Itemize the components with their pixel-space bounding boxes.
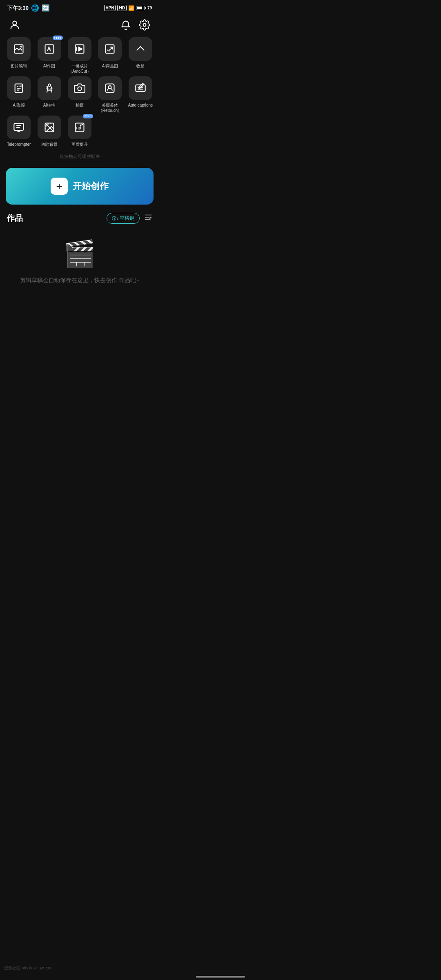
autocut-icon: [74, 43, 85, 55]
svg-text:AI: AI: [19, 85, 22, 87]
tool-auto-captions[interactable]: Auto captions: [127, 76, 154, 113]
tool-empty-1: [97, 116, 123, 147]
tool-grid-row3: Teleprompter 移除背景 Free HD 画质提升: [0, 116, 159, 147]
settings-icon: [139, 19, 150, 31]
remove-bg-icon: [44, 122, 55, 133]
camera-label: 拍摄: [76, 102, 84, 108]
status-icons: VPN HD 📶 79: [104, 5, 152, 11]
empty-state: 🎬 剪辑草稿会自动保存在这里，快去创作 作品吧~: [0, 230, 159, 302]
tool-camera[interactable]: 拍摄: [67, 76, 93, 113]
settings-button[interactable]: [137, 18, 152, 32]
ai-model-icon-box: AI: [38, 76, 61, 100]
works-title: 作品: [7, 213, 23, 224]
quality-label: 画质提升: [71, 142, 88, 147]
battery-indicator: 79: [136, 6, 152, 10]
ai-product-icon: AI: [104, 43, 116, 55]
remove-bg-label: 移除背景: [41, 142, 58, 147]
spacebar-label: 空格键: [120, 215, 134, 222]
autocut-icon-box: [68, 37, 91, 61]
camera-icon-box: [68, 76, 91, 100]
quality-icon: HD: [74, 122, 85, 133]
ai-draw-icon: [44, 43, 55, 55]
create-button[interactable]: + 开始创作: [6, 168, 154, 205]
ai-draw-label: AI作图: [43, 63, 55, 69]
cloud-upload-icon: [112, 216, 118, 221]
tool-ai-poster[interactable]: AI AI海报: [6, 76, 32, 113]
create-plus-icon: +: [51, 178, 68, 195]
tool-ai-model[interactable]: AI AI模特: [36, 76, 62, 113]
ai-poster-label: AI海报: [13, 102, 24, 108]
teleprompter-icon: [13, 122, 24, 133]
retouch-icon: [104, 82, 116, 94]
tool-quality[interactable]: Free HD 画质提升: [67, 116, 93, 147]
profile-icon: [9, 19, 20, 31]
tool-collapse[interactable]: 收起: [127, 37, 154, 74]
collapse-label: 收起: [136, 63, 145, 69]
tool-img-edit[interactable]: 图片编辑: [6, 37, 32, 74]
works-actions: 空格键: [107, 213, 153, 224]
img-edit-icon-box: [7, 37, 31, 61]
quality-free-badge: Free: [83, 114, 93, 118]
svg-text:HD: HD: [76, 127, 81, 130]
tool-empty-2: [127, 116, 154, 147]
retouch-icon-box: [98, 76, 122, 100]
top-nav: [0, 14, 159, 37]
ai-model-icon: AI: [44, 82, 55, 94]
teleprompter-icon-box: [7, 116, 31, 139]
svg-text:AI: AI: [46, 85, 48, 88]
img-edit-icon: [13, 43, 24, 55]
tool-autocut[interactable]: 一键成片 （AutoCut）: [67, 37, 93, 74]
notification-button[interactable]: [118, 18, 133, 32]
tool-remove-bg[interactable]: 移除背景: [36, 116, 62, 147]
autocut-label: 一键成片 （AutoCut）: [68, 63, 91, 74]
ai-poster-icon-box: AI: [7, 76, 31, 100]
edit-list-button[interactable]: [144, 213, 153, 224]
teleprompter-label: Teleprompter: [7, 142, 31, 147]
create-label: 开始创作: [73, 180, 109, 192]
hd-badge: HD: [117, 5, 126, 11]
remove-bg-icon-box: [38, 116, 61, 139]
auto-captions-icon-box: [129, 76, 152, 100]
svg-rect-15: [14, 124, 24, 130]
drag-hint: 长按拖动可调整顺序: [0, 149, 159, 166]
edit-list-icon: [144, 213, 153, 222]
ai-draw-icon-box: Free: [38, 37, 61, 61]
status-time: 下午3:30 🌐 🔄: [7, 4, 50, 12]
chevron-up-icon: [135, 43, 146, 55]
svg-point-0: [13, 21, 16, 25]
auto-captions-label: Auto captions: [128, 102, 153, 108]
tool-ai-product[interactable]: AI AI商品图: [97, 37, 123, 74]
empty-text: 剪辑草稿会自动保存在这里，快去创作 作品吧~: [20, 276, 139, 285]
spacebar-button[interactable]: 空格键: [107, 213, 140, 224]
img-edit-label: 图片编辑: [11, 63, 27, 69]
retouch-label: 美颜美体 （Retouch）: [98, 102, 122, 113]
collapse-icon-box: [129, 37, 152, 61]
svg-point-12: [78, 87, 81, 91]
nav-right-icons: [118, 18, 152, 32]
ai-product-icon-box: AI: [98, 37, 122, 61]
film-icon: 🎬: [63, 238, 96, 269]
status-bar: 下午3:30 🌐 🔄 VPN HD 📶 79: [0, 0, 159, 14]
bell-icon: [120, 19, 131, 31]
camera-icon: [74, 82, 85, 94]
works-header: 作品 空格键: [0, 213, 159, 230]
free-badge: Free: [53, 36, 63, 40]
quality-icon-box: Free HD: [68, 116, 91, 139]
ai-product-label: AI商品图: [102, 63, 118, 69]
tool-teleprompter[interactable]: Teleprompter: [6, 116, 32, 147]
svg-text:AI: AI: [107, 48, 110, 52]
profile-button[interactable]: [7, 18, 22, 32]
auto-captions-icon: [135, 82, 146, 94]
signal-icon: 📶: [128, 5, 134, 11]
svg-marker-5: [79, 47, 82, 51]
vpn-badge: VPN: [104, 5, 116, 11]
tool-retouch[interactable]: 美颜美体 （Retouch）: [97, 76, 123, 113]
tool-grid-row1: 图片编辑 Free AI作图 一键成片 （AutoCut）: [0, 37, 159, 74]
svg-point-1: [143, 24, 146, 27]
ai-model-label: AI模特: [43, 102, 55, 108]
ai-poster-icon: AI: [13, 82, 24, 94]
tool-grid-row2: AI AI海报 AI AI模特 拍摄: [0, 76, 159, 113]
tool-ai-draw[interactable]: Free AI作图: [36, 37, 62, 74]
